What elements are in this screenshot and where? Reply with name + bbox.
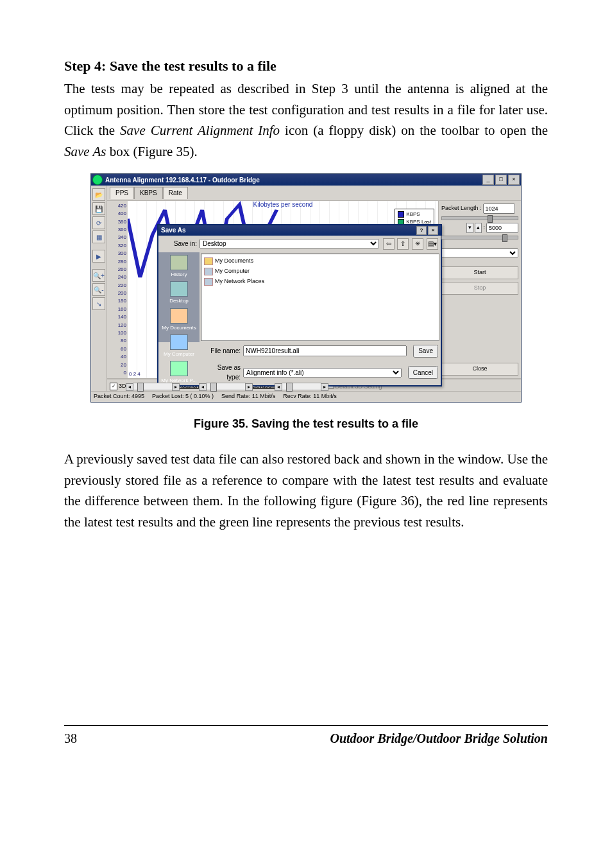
- close-button[interactable]: ×: [508, 175, 520, 185]
- refresh-icon[interactable]: ⟳: [92, 216, 105, 229]
- list-item: My Computer: [204, 267, 436, 276]
- minimize-button[interactable]: _: [482, 175, 494, 185]
- savetype-label: Save as type:: [205, 363, 241, 383]
- place-mycomp[interactable]: My Computer: [164, 334, 194, 358]
- text: icon (a floppy disk) on the toolbar to o…: [285, 123, 548, 138]
- pointer-icon[interactable]: ↘: [92, 297, 105, 310]
- save-icon[interactable]: 💾: [92, 202, 105, 215]
- new-folder-icon[interactable]: ✳: [412, 238, 423, 250]
- page-footer: 38 Outdoor Bridge/Outdoor Bridge Solutio…: [64, 725, 548, 749]
- save-as-dialog: Save As ? × Save in: Desktop ⇦: [157, 224, 442, 386]
- place-desktop[interactable]: Desktop: [169, 281, 188, 305]
- three-d-checkbox[interactable]: ✓: [110, 383, 117, 390]
- rotation-slider[interactable]: ◂▸: [206, 383, 246, 390]
- places-bar: History Desktop My Documents My Computer…: [158, 252, 200, 342]
- dialog-close-button[interactable]: ×: [428, 226, 438, 235]
- zoom-in-icon[interactable]: 🔍+: [92, 269, 105, 282]
- packet-length-label: Packet Length :: [441, 204, 482, 213]
- elevation-slider[interactable]: ◂▸: [282, 383, 321, 390]
- up-icon[interactable]: ⇧: [397, 238, 409, 250]
- tab-pps[interactable]: PPS: [110, 187, 134, 199]
- zoom-out-icon[interactable]: 🔍-: [92, 283, 105, 296]
- window-title: Antenna Alignment 192.168.4.117 - Outdoo…: [105, 175, 481, 186]
- close-panel-button[interactable]: Close: [441, 363, 518, 376]
- dialog-nav-icons: ⇦ ⇧ ✳ ▤▾: [382, 238, 438, 250]
- count-spin-up[interactable]: ▴: [475, 223, 482, 233]
- view-menu-icon[interactable]: ▤▾: [427, 238, 438, 250]
- explanation-paragraph: A previously saved test data file can al…: [64, 449, 548, 532]
- status-recv-rate: Recv Rate: 11 Mbit/s: [283, 392, 337, 401]
- filename-input[interactable]: [243, 345, 407, 356]
- open-icon[interactable]: 📂: [92, 188, 105, 201]
- savetype-select[interactable]: Alignment info (*.ali): [243, 368, 402, 378]
- dialog-help-button[interactable]: ?: [416, 226, 427, 235]
- gui-name: Save As: [64, 144, 106, 159]
- gui-name: Save Current Alignment Info: [120, 123, 280, 138]
- save-in-label: Save in:: [161, 239, 197, 249]
- panel-dropdown[interactable]: [441, 248, 518, 257]
- export-icon[interactable]: ▶: [92, 250, 105, 263]
- chart-area: 020 4060 80100 120140 160180 200220 2402…: [107, 201, 521, 379]
- intro-paragraph: The tests may be repeated as described i…: [64, 78, 548, 162]
- tab-row: PPS KBPS Rate: [107, 186, 521, 201]
- three-d-slider[interactable]: ◂▸: [133, 383, 173, 390]
- chart-plot: Kilobytes per second KBPS KBPS Last 0 2 …: [128, 201, 438, 379]
- text: box (Figure 35).: [110, 144, 198, 159]
- filename-label: File name:: [205, 346, 241, 356]
- maximize-button[interactable]: □: [495, 175, 507, 185]
- dialog-titlebar: Save As ? ×: [158, 225, 441, 236]
- y-axis-ticks: 020 4060 80100 120140 160180 200220 2402…: [107, 201, 128, 379]
- packet-length-input[interactable]: [483, 204, 515, 214]
- cancel-button[interactable]: Cancel: [408, 366, 438, 379]
- figure-caption: Figure 35. Saving the test results to a …: [64, 415, 548, 433]
- grid-icon[interactable]: ▦: [92, 230, 105, 243]
- screenshot-window: Antenna Alignment 192.168.4.117 - Outdoo…: [90, 173, 522, 403]
- app-icon: [92, 175, 103, 185]
- list-item: My Network Places: [204, 277, 436, 286]
- save-button[interactable]: Save: [413, 345, 438, 358]
- packet-count-slider[interactable]: [441, 236, 518, 239]
- right-panel: Packet Length : ▾ ▴ : Start St: [438, 201, 521, 379]
- back-icon[interactable]: ⇦: [383, 238, 395, 250]
- place-mydocs[interactable]: My Documents: [162, 308, 196, 332]
- packet-count-input[interactable]: [486, 223, 518, 233]
- footer-title: Outdoor Bridge/Outdoor Bridge Solution: [330, 729, 548, 749]
- x-axis-ticks: 0 2 4: [129, 370, 140, 378]
- place-history[interactable]: History: [170, 255, 188, 279]
- status-send-rate: Send Rate: 11 Mbit/s: [221, 392, 275, 401]
- status-packet-lost: Packet Lost: 5 ( 0.10% ): [152, 392, 214, 401]
- list-item: My Documents: [204, 257, 436, 266]
- page-number: 38: [64, 729, 77, 749]
- file-listing[interactable]: My Documents My Computer My Network Plac…: [201, 254, 439, 341]
- place-mynet[interactable]: My Network P...: [161, 361, 196, 385]
- start-button[interactable]: Start: [441, 266, 518, 279]
- dialog-title: Save As: [161, 225, 186, 236]
- tab-kbps[interactable]: KBPS: [134, 187, 163, 199]
- tab-rate[interactable]: Rate: [163, 187, 188, 199]
- side-toolbar: 📂 💾 ⟳ ▦ ▶ 🔍+ 🔍- ↘: [91, 186, 107, 391]
- packet-length-slider[interactable]: [441, 216, 518, 220]
- window-titlebar: Antenna Alignment 192.168.4.117 - Outdoo…: [91, 174, 521, 186]
- status-packet-count: Packet Count: 4995: [94, 392, 144, 401]
- save-in-select[interactable]: Desktop: [200, 239, 379, 248]
- count-spin-down[interactable]: ▾: [466, 223, 473, 233]
- stop-button[interactable]: Stop: [441, 282, 518, 295]
- step-heading: Step 4: Save the test results to a file: [64, 55, 548, 77]
